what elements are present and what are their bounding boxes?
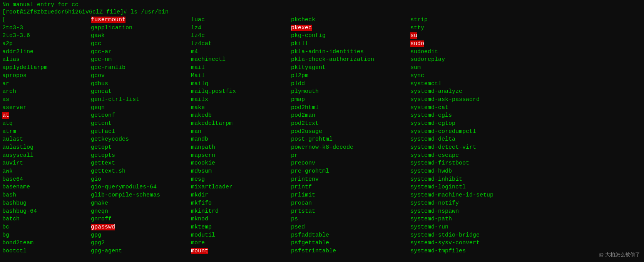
list-item: as [2,96,87,104]
list-item: pkla-check-authorization [291,56,406,64]
list-item: mailq.postfix [191,88,287,96]
prompt-line: No manual entry for cc [2,2,642,8]
no-manual-text: No manual entry for cc [2,2,79,8]
list-item: systemd-detect-virt [410,144,530,152]
list-item: printf [291,183,406,191]
list-item: bashbug [2,200,87,208]
list-item: systemd-machine-id-setup [410,191,530,200]
list-item: 2to3-3 [2,24,87,32]
list-item: systemd-notify [410,200,530,208]
list-item: systemd-run [410,223,530,232]
list-item: more [191,239,287,247]
list-item: systemd-cgls [410,112,530,120]
list-item: gawk [91,32,187,40]
list-item: mkinitrd [191,208,287,216]
terminal: No manual entry for cc [root@iZf8zbzuedc… [0,0,644,262]
list-item: gpg2 [91,239,187,247]
list-item: gdbus [91,80,187,88]
list-item: printenv [291,176,406,184]
list-item: atrm [2,128,87,136]
list-item: make [191,104,287,112]
list-item: bc [2,223,87,232]
list-item: pkg-config [291,32,406,40]
list-item: psfgettable [291,239,406,247]
list-item: systemd-nspawn [410,208,530,216]
list-item: fusermount [91,16,187,24]
list-item: pod2usage [291,128,406,136]
list-item: pl2pm [291,72,406,80]
prompt-text: [root@iZf8zbzuedcr5hi26iv6clZ file]# ls … [2,9,169,15]
list-item: prlimit [291,191,406,200]
list-item: pkexec [291,24,406,32]
list-item: su [410,32,530,40]
list-item: man [191,128,287,136]
list-item: gcc-nm [91,56,187,64]
list-item: bootctl [2,247,87,255]
list-item: gmake [91,200,187,208]
list-item: base64 [2,176,87,184]
list-item: systemd-stdio-bridge [410,232,530,240]
list-item: gcc-ar [91,48,187,56]
list-item: lz4cat [191,40,287,48]
list-item: gapplication [91,24,187,32]
list-item: powernow-k8-decode [291,144,406,152]
list-item: alias [2,56,87,64]
list-item: systemd-cgtop [410,120,530,128]
list-item: pkcheck [291,16,406,24]
list-item: bond2team [2,239,87,247]
list-item: systemctl [410,80,530,88]
list-item: mktemp [191,223,287,232]
list-item: mkfifo [191,200,287,208]
col1: [2to3-32to3-3.6a2paddr2linealiasapplydel… [2,16,91,255]
list-item: bg [2,232,87,240]
list-item: awk [2,168,87,176]
list-item: getkeycodes [91,136,187,144]
list-item: pmap [291,96,406,104]
list-item: a2p [2,40,87,48]
list-item: sum [410,64,530,72]
list-item: systemd-tmpfiles [410,247,530,255]
watermark: @ 大柏怎么被偷了 [599,251,640,258]
list-item: genl-ctrl-list [91,96,187,104]
list-item: apropos [2,72,87,80]
list-item: pod2text [291,120,406,128]
list-item: mailq [191,80,287,88]
list-item: ausyscall [2,152,87,160]
list-item: arch [2,88,87,96]
col3: luaclz4lz4clz4catm4machinectlmailMailmai… [191,16,291,255]
list-item: modutil [191,232,287,240]
list-item: mount [191,247,287,255]
list-item: makedeltarpm [191,120,287,128]
list-item: systemd-path [410,215,530,223]
list-item: stty [410,24,530,32]
list-item: gcc-ranlib [91,64,187,72]
list-item: lz4c [191,32,287,40]
list-item: psed [291,223,406,232]
list-item: systemd-loginctl [410,183,530,191]
list-item: lz4 [191,24,287,32]
list-item: luac [191,16,287,24]
list-item: gpg [91,232,187,240]
list-item: systemd-escape [410,152,530,160]
command-line: [root@iZf8zbzuedcr5hi26iv6clZ file]# ls … [2,9,642,15]
list-item: systemd-ask-password [410,96,530,104]
list-item: gnroff [91,215,187,223]
list-item: preconv [291,160,406,168]
list-item: sudoedit [410,48,530,56]
list-item: Mail [191,72,287,80]
list-item: getopt [91,144,187,152]
list-item: prtstat [291,208,406,216]
list-item: atq [2,120,87,128]
list-item: procan [291,200,406,208]
col5: stripsttysusudosudoeditsudoreplaysumsync… [410,16,534,255]
list-item: applydeltarpm [2,64,87,72]
list-item: pod2man [291,112,406,120]
list-item: gettext.sh [91,168,187,176]
list-item: manpath [191,144,287,152]
list-item: gpasswd [91,223,187,232]
list-item: systemd-firstboot [410,160,530,168]
list-item: 2to3-3.6 [2,32,87,40]
list-item: pre-grohtml [291,168,406,176]
list-item: gio [91,176,187,184]
list-item: geqn [91,104,187,112]
